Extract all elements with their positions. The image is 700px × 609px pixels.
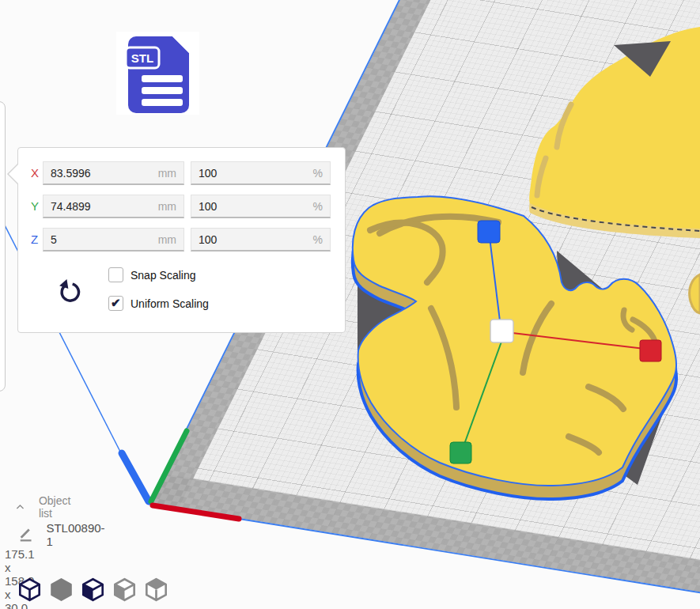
model-unselected-top [529,27,700,229]
object-list-header[interactable]: Object list [16,494,74,520]
stl-doc-line [142,99,183,106]
origin-axis-z-blue [122,453,149,501]
cube-top-view-icon [81,577,104,602]
scale-x-mm-input[interactable] [43,161,184,185]
reset-rotation-icon [58,278,83,304]
stl-badge-label: STL [131,51,153,65]
scale-row-z: Z mm % [18,228,345,252]
reset-scale-button[interactable] [57,278,84,305]
view-button-3d[interactable] [17,577,42,603]
gizmo-handle-y-green[interactable] [450,442,471,463]
cube-3d-view-icon [18,577,41,602]
origin-axis-x-red [153,505,239,519]
origin-axis-y-green [151,431,187,501]
stl-doc-line [142,75,183,82]
scale-row-y: Y mm % [18,195,345,218]
snap-scaling-label: Snap Scaling [131,269,196,282]
uniform-scaling-row: Uniform Scaling [108,296,209,311]
object-list-item-name: STL00890-1 [46,521,106,548]
view-button-left[interactable] [112,577,137,603]
view-button-right[interactable] [144,577,168,603]
left-panel-edge [0,101,6,392]
pencil-icon [18,527,32,543]
stl-file-icon: STL [116,32,199,115]
gizmo-handle-x-red[interactable] [640,340,661,361]
scale-x-percent-input[interactable] [191,161,331,185]
model-squirrel-selected[interactable] [353,196,676,499]
model-sliver-right-edge[interactable] [690,274,700,313]
cube-right-view-icon [145,577,168,602]
cube-left-view-icon [113,577,136,602]
object-list-title: Object list [39,494,74,520]
view-button-top[interactable] [81,577,105,603]
scale-z-mm-input[interactable] [43,228,184,252]
object-list-item[interactable]: STL00890-1 [18,521,106,548]
scale-row-x: X mm % [18,161,345,185]
chevron-up-icon [16,503,25,511]
snap-scaling-row: Snap Scaling [108,267,196,282]
model-unselected[interactable] [529,27,700,238]
gizmo-handle-z-blue[interactable] [478,221,500,243]
view-button-front[interactable] [49,577,74,603]
gizmo-handle-center-uniform[interactable] [490,320,513,342]
camera-view-toolbar [17,577,168,603]
uniform-scaling-checkbox[interactable] [108,296,123,311]
scale-tool-panel: X mm % Y mm % Z mm [17,147,346,333]
stl-doc-line [142,87,183,94]
slicer-app-window: { "file_badge": { "label": "STL" }, "sca… [0,0,700,609]
snap-scaling-checkbox[interactable] [108,267,123,282]
scale-z-percent-input[interactable] [191,228,331,252]
cube-front-view-icon [50,577,73,602]
stl-document-icon: STL [116,32,199,115]
scale-y-mm-input[interactable] [43,195,184,218]
uniform-scaling-label: Uniform Scaling [131,297,209,310]
scale-y-percent-input[interactable] [191,195,331,218]
